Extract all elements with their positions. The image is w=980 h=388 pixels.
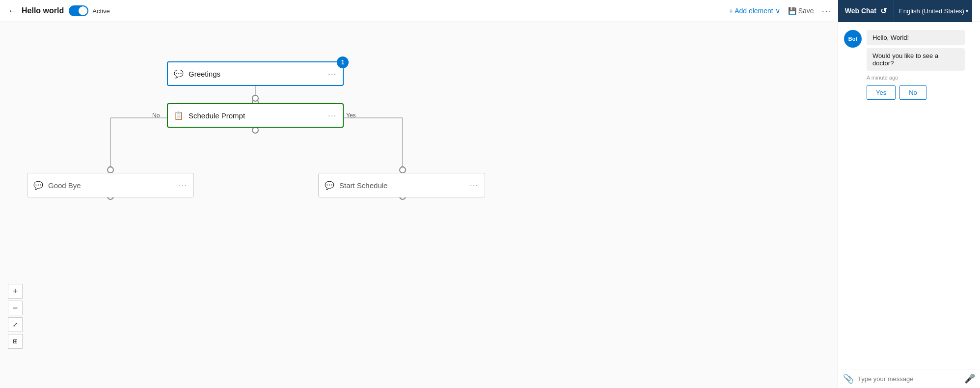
greetings-node[interactable]: 💬 Greetings ··· 1 bbox=[167, 61, 344, 86]
top-bar-left: ← Hello world Active bbox=[8, 5, 723, 16]
active-toggle[interactable] bbox=[69, 5, 88, 16]
zoom-in-button[interactable]: + bbox=[8, 284, 23, 299]
toggle-thumb bbox=[79, 6, 87, 15]
svg-marker-2 bbox=[254, 98, 257, 102]
svg-point-8 bbox=[108, 167, 113, 173]
mic-button[interactable]: 🎤 bbox=[964, 373, 975, 384]
flow-svg bbox=[0, 22, 838, 388]
bot-message-row: Bot Hello, World! Would you like to see … bbox=[844, 30, 974, 100]
web-chat-button[interactable]: Web Chat ↺ bbox=[838, 0, 894, 22]
save-button[interactable]: 💾 Save bbox=[788, 7, 814, 15]
add-element-label: + Add element bbox=[729, 7, 773, 15]
language-select[interactable]: English (United States) bbox=[894, 0, 972, 22]
goodbye-node[interactable]: 💬 Good Bye ··· bbox=[27, 173, 194, 197]
goodbye-more-button[interactable]: ··· bbox=[179, 181, 188, 189]
message-icon: 💬 bbox=[174, 69, 184, 79]
top-bar: ← Hello world Active + Add element ∨ 💾 S… bbox=[0, 0, 980, 22]
no-label: No bbox=[152, 112, 160, 119]
bot-avatar: Bot bbox=[844, 30, 862, 48]
webchat-messages: Bot Hello, World! Would you like to see … bbox=[838, 22, 980, 369]
map-button[interactable]: ⊞ bbox=[8, 334, 23, 349]
more-button[interactable]: ··· bbox=[822, 6, 832, 16]
bot-bubble-2: Would you like to see a doctor? bbox=[867, 48, 965, 71]
start-schedule-icon: 💬 bbox=[325, 181, 334, 190]
back-button[interactable]: ← bbox=[8, 6, 17, 16]
chat-input[interactable] bbox=[858, 375, 960, 383]
toggle-wrapper: Active bbox=[69, 5, 109, 16]
yes-label: Yes bbox=[346, 112, 356, 119]
start-schedule-node[interactable]: 💬 Start Schedule ··· bbox=[318, 173, 485, 197]
top-bar-right: Web Chat ↺ English (United States) ▾ bbox=[838, 0, 972, 22]
bot-messages-content: Hello, World! Would you like to see a do… bbox=[867, 30, 965, 100]
bot-bubble-1: Hello, World! bbox=[867, 30, 965, 45]
schedule-prompt-node[interactable]: 📋 Schedule Prompt ··· bbox=[167, 103, 344, 128]
save-icon: 💾 bbox=[788, 7, 796, 15]
svg-point-13 bbox=[400, 167, 406, 173]
svg-marker-12 bbox=[401, 166, 404, 170]
language-dropdown-wrapper: English (United States) ▾ bbox=[894, 0, 972, 22]
greetings-more-button[interactable]: ··· bbox=[328, 70, 337, 78]
goodbye-label: Good Bye bbox=[48, 181, 179, 190]
webchat-panel: Bot Hello, World! Would you like to see … bbox=[838, 22, 980, 388]
web-chat-label: Web Chat bbox=[845, 7, 876, 15]
toggle-label: Active bbox=[92, 7, 109, 15]
quick-replies: Yes No bbox=[867, 85, 965, 100]
flow-canvas[interactable]: 💬 Greetings ··· 1 📋 Schedule Prompt ··· … bbox=[0, 22, 838, 388]
zoom-out-button[interactable]: − bbox=[8, 301, 23, 315]
webchat-input-bar: 📎 🎤 bbox=[838, 369, 980, 388]
main-area: 💬 Greetings ··· 1 📋 Schedule Prompt ··· … bbox=[0, 22, 980, 388]
refresh-icon: ↺ bbox=[880, 6, 887, 16]
save-label: Save bbox=[798, 7, 814, 15]
top-bar-center: + Add element ∨ 💾 Save ··· bbox=[729, 6, 832, 16]
add-element-chevron: ∨ bbox=[775, 7, 780, 15]
start-schedule-more-button[interactable]: ··· bbox=[470, 181, 479, 189]
goodbye-icon: 💬 bbox=[33, 181, 43, 190]
zoom-controls: + − ⤢ ⊞ bbox=[8, 284, 23, 349]
schedule-prompt-icon: 📋 bbox=[174, 111, 184, 120]
add-element-button[interactable]: + Add element ∨ bbox=[729, 7, 780, 15]
greetings-badge: 1 bbox=[337, 56, 349, 68]
yes-reply-button[interactable]: Yes bbox=[867, 85, 896, 100]
greetings-label: Greetings bbox=[189, 70, 328, 78]
schedule-prompt-more-button[interactable]: ··· bbox=[328, 111, 337, 119]
start-schedule-label: Start Schedule bbox=[339, 181, 470, 190]
svg-point-4 bbox=[252, 127, 258, 133]
fit-button[interactable]: ⤢ bbox=[8, 317, 23, 332]
timestamp: A minute ago bbox=[867, 75, 965, 81]
svg-point-15 bbox=[252, 95, 258, 101]
no-reply-button[interactable]: No bbox=[899, 85, 926, 100]
schedule-prompt-label: Schedule Prompt bbox=[189, 111, 328, 120]
svg-marker-7 bbox=[109, 166, 112, 170]
attach-button[interactable]: 📎 bbox=[843, 373, 854, 384]
page-title: Hello world bbox=[22, 6, 64, 15]
